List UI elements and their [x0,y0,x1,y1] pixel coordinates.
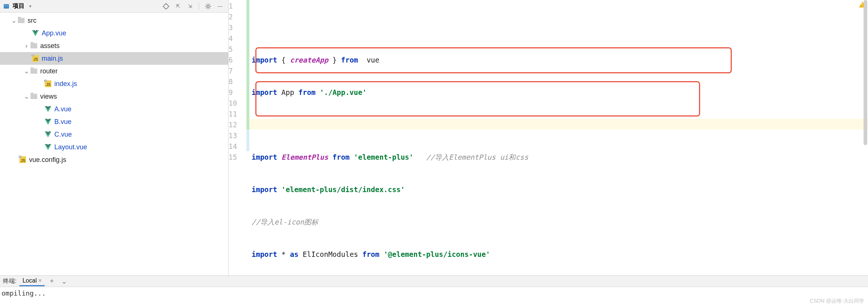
folder-icon [31,43,37,48]
gear-icon[interactable] [204,2,213,11]
add-tab-icon[interactable]: + [48,277,56,285]
terminal-output[interactable]: ompiling... [0,287,868,306]
terminal-title: 终端: [3,277,16,285]
tree-file-app-vue[interactable]: App.vue [0,27,228,39]
project-icon [4,4,9,9]
tree-file-main-js[interactable]: JSmain.js [0,52,228,65]
change-marker-bar [246,0,249,275]
hide-icon[interactable]: — [216,2,224,11]
js-icon: JS [45,80,51,87]
vue-icon [45,144,51,150]
watermark: CSDN @运维-大白同学 [810,298,864,305]
locate-icon[interactable] [162,2,170,11]
collapse-icon[interactable]: ⇲ [185,2,194,11]
tree-file-c-vue[interactable]: C.vue [0,128,228,141]
editor-scrollbar[interactable] [863,0,868,275]
tree-file-index-js[interactable]: JSindex.js [0,77,228,90]
code-content[interactable]: import { createApp } from vue import App… [249,0,868,275]
close-icon[interactable]: × [38,277,42,284]
folder-icon [31,94,37,99]
tree-file-a-vue[interactable]: A.vue [0,103,228,115]
tree-folder-src[interactable]: ⌄src [0,14,228,27]
project-sidebar: 项目 ▾ ⇱ ⇲ — ⌄src App.vue ›assets JSmain.j… [0,0,229,275]
terminal-panel: 终端: Local× + ⌄ ompiling... [0,275,868,306]
js-icon: JS [32,55,39,62]
line-gutter: 123456789101112131415 [229,0,246,275]
svg-point-5 [207,5,209,7]
highlight-box-2 [255,81,700,117]
vue-icon [45,119,51,125]
terminal-tab-local[interactable]: Local× [19,276,45,286]
vue-icon [45,131,51,137]
vue-icon [32,30,39,36]
tree-folder-views[interactable]: ⌄views [0,90,228,103]
tree-file-layout-vue[interactable]: Layout.vue [0,141,228,153]
dropdown-icon[interactable]: ▾ [29,3,32,9]
chevron-right-icon: › [23,42,30,50]
folder-icon [31,68,37,74]
js-icon: JS [19,156,26,163]
chevron-down-icon: ⌄ [23,67,30,75]
tree-folder-router[interactable]: ⌄router [0,65,228,77]
sidebar-toolbar: 项目 ▾ ⇱ ⇲ — [0,0,228,13]
chevron-down-icon: ⌄ [10,16,17,25]
file-tree: ⌄src App.vue ›assets JSmain.js ⌄router J… [0,13,228,275]
tree-file-vue-config[interactable]: JSvue.config.js [0,153,228,166]
folder-icon [18,18,25,23]
toolbar-title: 项目 [13,2,25,10]
svg-point-0 [164,4,168,9]
tree-file-b-vue[interactable]: B.vue [0,115,228,128]
vue-icon [45,106,51,112]
code-editor[interactable]: 123456789101112131415 import { createApp… [229,0,868,275]
expand-icon[interactable]: ⇱ [173,2,182,11]
chevron-down-icon[interactable]: ⌄ [59,277,69,286]
chevron-down-icon: ⌄ [23,92,30,101]
tree-folder-assets[interactable]: ›assets [0,39,228,52]
